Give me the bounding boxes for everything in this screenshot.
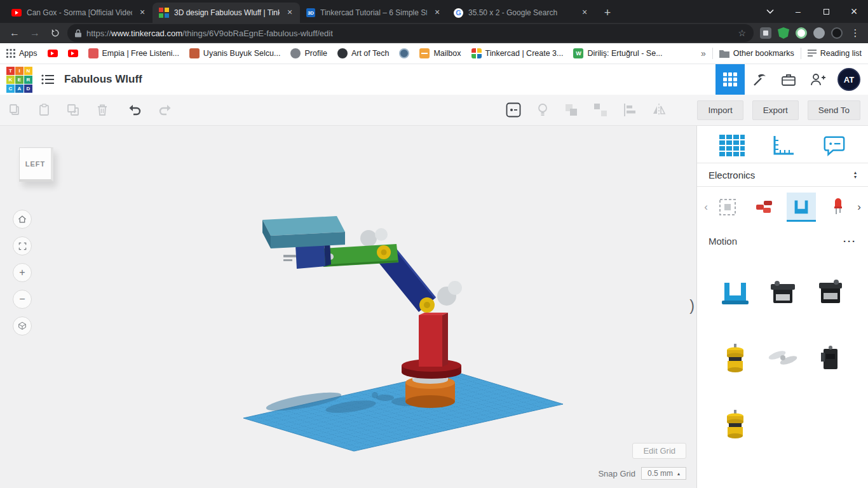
minecraft-mode-button[interactable] (745, 64, 774, 95)
blocks-view-button[interactable] (715, 64, 745, 95)
bookmark-globe[interactable] (399, 48, 409, 58)
invite-button[interactable] (803, 64, 832, 95)
translate-extension-icon[interactable] (760, 27, 771, 39)
component-servo-1[interactable] (765, 274, 801, 310)
black-servo-icon (813, 275, 848, 309)
paste-button[interactable] (37, 103, 51, 117)
lock-icon (75, 29, 81, 37)
panel-toggles (697, 126, 868, 163)
back-button[interactable]: ← (6, 25, 23, 41)
reading-list-button[interactable]: Reading list (808, 49, 862, 58)
component-servo-mount[interactable] (717, 274, 753, 310)
perspective-toggle-button[interactable] (13, 316, 32, 336)
scroll-left-button[interactable]: ‹ (701, 201, 711, 214)
zoom-in-button[interactable]: + (13, 263, 32, 282)
grammar-extension-icon[interactable] (796, 27, 807, 39)
youtube-icon (48, 50, 58, 57)
duplicate-button[interactable] (66, 103, 80, 117)
user-avatar[interactable]: AT (837, 68, 860, 91)
tab-youtube[interactable]: Can Gox - Sorma [Official Video] × (5, 3, 153, 23)
copy-button[interactable] (8, 103, 22, 117)
component-gearmotor-2[interactable] (717, 407, 753, 442)
tab-close-button[interactable]: × (580, 8, 590, 18)
undo-button[interactable] (127, 103, 142, 117)
tab-close-button[interactable]: × (285, 8, 295, 18)
fit-view-button[interactable] (13, 236, 32, 255)
other-bookmarks-button[interactable]: Other bookmarks (719, 49, 794, 58)
zoom-out-button[interactable]: − (13, 290, 32, 309)
category-item-connectors[interactable] (750, 193, 779, 222)
lightbulb-button[interactable] (536, 102, 550, 118)
dropdown-arrow-icon: ▴ (677, 471, 680, 477)
toolbar-right: Import Export Send To (505, 100, 860, 120)
bookmark-uyanis[interactable]: Uyanis Buyuk Selcu... (189, 48, 281, 58)
bookmark-mailbox[interactable]: Mailbox (419, 48, 461, 58)
notes-toggle-button[interactable] (505, 102, 522, 118)
tab-tutorial[interactable]: 3D Tinkercad Tutorial – 6 Simple Ste × (300, 3, 447, 23)
minimize-button[interactable]: – (784, 0, 812, 23)
mirror-button[interactable] (651, 102, 667, 118)
tab-title: 35.50 x 2 - Google Search (468, 8, 574, 17)
forward-button[interactable]: → (27, 25, 43, 41)
window-close-button[interactable]: × (840, 0, 868, 23)
group-button[interactable] (564, 102, 579, 118)
snap-grid-select[interactable]: 0.5 mm ▴ (641, 467, 686, 480)
category-item-led[interactable] (824, 193, 853, 222)
ungroup-button[interactable] (593, 102, 608, 118)
extension-icon[interactable] (813, 27, 825, 39)
bookmark-youtube-2[interactable] (68, 50, 78, 57)
section-header: Motion ··· (697, 227, 868, 249)
scroll-right-button[interactable]: › (854, 201, 864, 214)
component-servo-2[interactable] (813, 274, 848, 310)
tab-close-button[interactable]: × (432, 8, 442, 18)
maximize-button[interactable] (812, 0, 840, 23)
tab-tinkercad-design[interactable]: 3D design Fabulous Wluff | Tinke × (153, 3, 300, 23)
bookmarks-overflow-button[interactable]: » (701, 48, 706, 58)
category-item-select[interactable] (713, 193, 742, 222)
tab-close-button[interactable]: × (137, 8, 147, 18)
ruler-tool-button[interactable] (770, 133, 796, 158)
workplane-tool-button[interactable] (718, 133, 746, 158)
tab-google-search[interactable]: G 35.50 x 2 - Google Search × (447, 3, 595, 23)
yellow-gearmotor-icon (718, 341, 752, 376)
reload-button[interactable] (47, 25, 64, 41)
tab-search-chevron-icon[interactable] (756, 0, 784, 23)
logo-tile: E (15, 76, 24, 84)
browser-menu-icon[interactable]: ⋮ (849, 27, 862, 39)
bookmark-star-icon[interactable]: ☆ (738, 28, 746, 38)
tinkercad-logo[interactable]: T I N K E R C A D (6, 67, 32, 93)
bookmark-empia[interactable]: Empia | Free Listeni... (88, 48, 179, 58)
category-select[interactable]: Electronics ▴ ▾ (697, 163, 868, 187)
projects-button[interactable] (774, 64, 803, 95)
bookmark-art-of-tech[interactable]: Art of Tech (337, 48, 390, 58)
notes-tool-button[interactable] (820, 133, 847, 158)
view-cube[interactable]: LEFT (19, 147, 53, 182)
bookmark-tinkercad[interactable]: Tinkercad | Create 3... (471, 48, 564, 58)
edit-grid-button[interactable]: Edit Grid (632, 443, 686, 459)
profile-avatar-icon[interactable] (831, 27, 843, 39)
export-button[interactable]: Export (752, 100, 799, 120)
home-view-button[interactable] (13, 210, 32, 229)
section-menu-button[interactable]: ··· (843, 236, 857, 247)
bookmark-youtube-1[interactable] (48, 50, 58, 57)
component-gearmotor-1[interactable] (717, 341, 753, 376)
bookmarks-bar: Apps Empia | Free Listeni... Uyanis Buyu… (0, 43, 868, 64)
delete-button[interactable] (95, 103, 109, 117)
redo-button[interactable] (158, 103, 173, 117)
bookmark-dirilis[interactable]: WDiriliş: Ertuğrul - Se... (573, 48, 662, 58)
align-button[interactable] (622, 102, 637, 118)
category-item-motion[interactable] (787, 193, 816, 222)
import-button[interactable]: Import (697, 100, 743, 120)
send-to-button[interactable]: Send To (808, 100, 860, 120)
design-list-button[interactable] (41, 73, 55, 86)
3d-viewport[interactable]: LEFT + − Edit Grid Snap Grid 0.5 mm ▴ (0, 126, 696, 488)
shield-extension-icon[interactable] (778, 27, 789, 39)
apps-shortcut[interactable]: Apps (6, 49, 37, 58)
new-tab-button[interactable]: + (599, 4, 616, 22)
component-gearbox-motor[interactable] (813, 341, 848, 376)
url-field[interactable]: https://www.tinkercad.com/things/6V9obRa… (67, 24, 754, 42)
panel-collapse-handle[interactable]: ) (687, 295, 697, 316)
bookmark-profile[interactable]: Profile (290, 48, 327, 58)
design-title[interactable]: Fabulous Wluff (64, 73, 142, 86)
component-propeller[interactable] (765, 341, 801, 376)
